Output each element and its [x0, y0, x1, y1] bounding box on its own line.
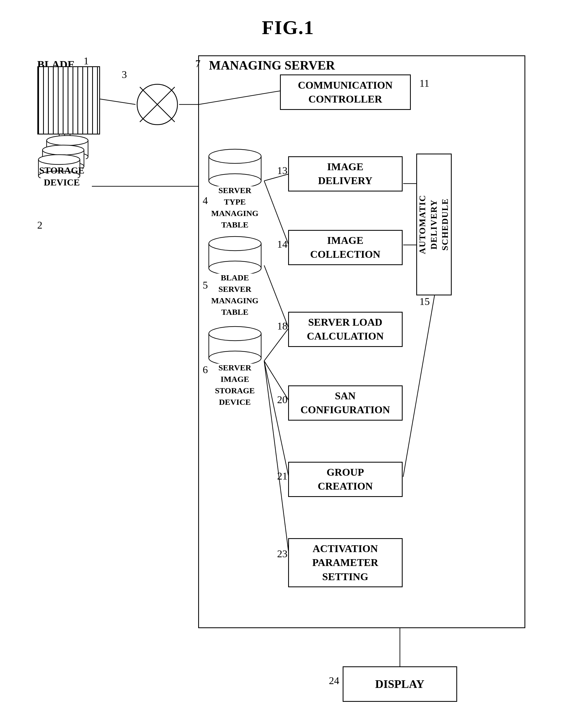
image-delivery-box: IMAGEDELIVERY	[288, 156, 403, 192]
image-collection-box: IMAGECOLLECTION	[288, 230, 403, 265]
network-switch	[136, 83, 179, 126]
db-cylinder-1-wrap: SERVER TYPEMANAGINGTABLE	[208, 148, 262, 230]
svg-point-28	[38, 155, 80, 165]
storage-label: STORAGEDEVICE	[36, 165, 88, 189]
svg-point-37	[209, 327, 261, 341]
image-collection-label: IMAGECOLLECTION	[310, 233, 380, 261]
svg-point-31	[209, 149, 261, 163]
ref-24: 24	[329, 675, 339, 687]
ref-20: 20	[277, 394, 288, 405]
managing-server-label: MANAGING SERVER	[209, 58, 335, 73]
db2-label: BLADESERVERMANAGINGTABLE	[208, 272, 262, 318]
san-config-box: SANCONFIGURATION	[288, 385, 403, 421]
group-creation-label: GROUPCREATION	[318, 465, 373, 494]
ref-4: 4	[203, 194, 208, 206]
san-config-label: SANCONFIGURATION	[300, 389, 390, 417]
auto-delivery-label: AUTOMATICDELIVERYSCHEDULE	[417, 195, 451, 254]
blade-chassis	[37, 66, 100, 135]
ref-23: 23	[277, 548, 288, 560]
ref-1: 1	[84, 55, 89, 67]
ref-7: 7	[196, 58, 201, 69]
ref-5: 5	[203, 279, 208, 291]
db3-label: SERVERIMAGESTORAGEDEVICE	[208, 362, 262, 408]
db-cylinder-2-wrap: BLADESERVERMANAGINGTABLE	[208, 235, 262, 318]
ref-13: 13	[277, 165, 288, 176]
communication-controller-box: COMMUNICATIONCONTROLLER	[280, 75, 411, 110]
server-load-box: SERVER LOADCALCULATION	[288, 312, 403, 347]
db-cylinder-3-wrap: SERVERIMAGESTORAGEDEVICE	[208, 326, 262, 408]
communication-controller-label: COMMUNICATIONCONTROLLER	[298, 78, 393, 106]
svg-point-34	[209, 236, 261, 251]
activation-label: ACTIVATIONPARAMETERSETTING	[312, 542, 378, 584]
display-label: DISPLAY	[375, 677, 425, 691]
server-load-label: SERVER LOADCALCULATION	[307, 315, 383, 343]
ref-21: 21	[277, 470, 288, 482]
ref-15: 15	[420, 296, 430, 307]
group-creation-box: GROUPCREATION	[288, 462, 403, 497]
ref-11: 11	[420, 77, 430, 89]
svg-line-0	[100, 99, 136, 105]
image-delivery-label: IMAGEDELIVERY	[318, 160, 372, 188]
ref-2: 2	[37, 219, 42, 231]
db1-label: SERVER TYPEMANAGINGTABLE	[208, 185, 262, 230]
ref-14: 14	[277, 238, 288, 250]
ref-3: 3	[122, 68, 127, 81]
auto-delivery-box: AUTOMATICDELIVERYSCHEDULE	[416, 153, 452, 296]
ref-18: 18	[277, 320, 288, 332]
ref-6: 6	[203, 364, 208, 375]
activation-box: ACTIVATIONPARAMETERSETTING	[288, 538, 403, 587]
display-box: DISPLAY	[343, 666, 457, 702]
page-title: FIG.1	[0, 0, 576, 39]
